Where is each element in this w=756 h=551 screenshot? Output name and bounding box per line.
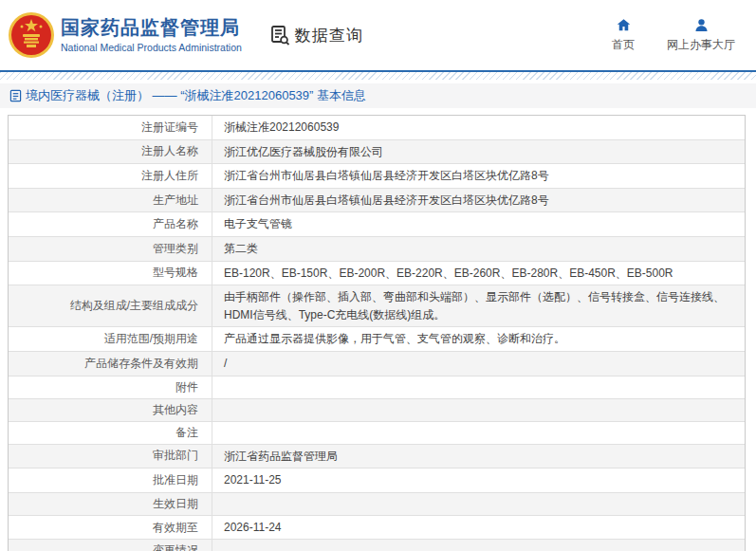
nav-item-label: 网上办事大厅 — [667, 37, 735, 53]
nav-item-label: 首页 — [612, 37, 635, 53]
row-value: 浙械注准20212060539 — [212, 116, 745, 139]
row-value — [212, 501, 745, 506]
table-row: 适用范围/预期用途产品通过显示器提供影像，用于气管、支气管的观察、诊断和治疗。 — [9, 326, 745, 351]
nav-item-home[interactable]: 首页 — [612, 17, 635, 53]
row-value: EB-120R、EB-150R、EB-200R、EB-220R、EB-260R、… — [212, 262, 745, 285]
section-title: 数据查询 — [295, 25, 363, 46]
document-icon — [9, 89, 22, 102]
row-label: 备注 — [9, 422, 212, 444]
header-divider-hatch — [0, 72, 756, 80]
row-label: 有效期至 — [9, 516, 212, 540]
table-row: 注册人名称浙江优亿医疗器械股份有限公司 — [9, 139, 745, 164]
row-label: 型号规格 — [9, 262, 212, 285]
breadcrumb: 境内医疗器械（注册） —— “浙械注准20212060539” 基本信息 — [0, 83, 756, 108]
row-value: 由手柄部件（操作部、插入部、弯曲部和头端部）、显示部件（选配）、信号转接盒、信号… — [212, 285, 745, 326]
table-row: 生产地址浙江省台州市仙居县白塔镇仙居县经济开发区白塔区块优亿路8号 — [9, 188, 745, 212]
table-row: 注册人住所浙江省台州市仙居县白塔镇仙居县经济开发区白塔区块优亿路8号 — [9, 163, 745, 188]
table-row: 产品名称电子支气管镜 — [9, 211, 745, 236]
table-row: 结构及组成/主要组成成分由手柄部件（操作部、插入部、弯曲部和头端部）、显示部件（… — [9, 285, 745, 326]
document-search-icon — [268, 24, 291, 46]
table-row: 批准日期2021-11-25 — [9, 468, 745, 492]
row-value: 2026-11-24 — [212, 516, 745, 540]
row-label: 生效日期 — [9, 493, 212, 515]
row-label: 注册证编号 — [9, 116, 212, 139]
row-value: 浙江优亿医疗器械股份有限公司 — [212, 140, 745, 164]
header-nav: 首页 网上办事大厅 — [612, 17, 735, 53]
row-value: 2021-11-25 — [212, 468, 745, 492]
row-label: 产品储存条件及有效期 — [9, 352, 212, 376]
nav-item-service-hall[interactable]: 网上办事大厅 — [667, 17, 735, 53]
page-header: 国家药品监督管理局 National Medical Products Admi… — [0, 0, 756, 70]
table-row: 注册证编号浙械注准20212060539 — [9, 116, 745, 139]
table-row: 产品储存条件及有效期/ — [9, 351, 745, 376]
breadcrumb-text: 境内医疗器械（注册） —— “浙械注准20212060539” 基本信息 — [26, 87, 366, 104]
home-icon — [616, 17, 632, 33]
row-value: / — [212, 352, 745, 376]
table-row: 管理类别第二类 — [9, 236, 745, 261]
table-row: 变更情况 — [9, 539, 745, 551]
row-value — [212, 407, 745, 413]
row-value: 浙江省台州市仙居县白塔镇仙居县经济开发区白塔区块优亿路8号 — [212, 164, 745, 188]
table-row: 型号规格EB-120R、EB-150R、EB-200R、EB-220R、EB-2… — [9, 261, 745, 285]
table-row: 其他内容 — [9, 398, 745, 421]
table-row: 备注 — [9, 421, 745, 444]
row-label: 适用范围/预期用途 — [9, 327, 212, 351]
row-label: 产品名称 — [9, 212, 212, 236]
org-title-en: National Medical Products Administration — [61, 42, 242, 53]
org-title-zh: 国家药品监督管理局 — [61, 17, 242, 39]
table-row: 生效日期 — [9, 492, 745, 515]
table-row: 有效期至2026-11-24 — [9, 515, 745, 540]
row-value: 产品通过显示器提供影像，用于气管、支气管的观察、诊断和治疗。 — [212, 327, 745, 351]
row-label: 附件 — [9, 377, 212, 398]
row-label: 管理类别 — [9, 237, 212, 261]
row-label: 审批部门 — [9, 445, 212, 468]
row-value: 浙江省药品监督管理局 — [212, 445, 745, 468]
detail-table: 注册证编号浙械注准20212060539注册人名称浙江优亿医疗器械股份有限公司注… — [8, 115, 746, 551]
row-value — [212, 384, 745, 390]
user-icon — [693, 17, 710, 33]
national-emblem-icon — [8, 11, 55, 59]
row-label: 批准日期 — [9, 468, 212, 492]
row-label: 变更情况 — [9, 540, 212, 551]
row-label: 生产地址 — [9, 189, 212, 212]
brand: 国家药品监督管理局 National Medical Products Admi… — [8, 11, 242, 59]
brand-text: 国家药品监督管理局 National Medical Products Admi… — [61, 17, 242, 53]
row-label: 结构及组成/主要组成成分 — [9, 285, 212, 326]
row-label: 注册人名称 — [9, 140, 212, 164]
row-label: 注册人住所 — [9, 164, 212, 188]
table-row: 附件 — [9, 376, 745, 398]
row-value — [212, 430, 745, 435]
table-row: 审批部门浙江省药品监督管理局 — [9, 444, 745, 468]
row-value: 电子支气管镜 — [212, 212, 745, 236]
row-value: 浙江省台州市仙居县白塔镇仙居县经济开发区白塔区块优亿路8号 — [212, 189, 745, 212]
data-query-section: 数据查询 — [268, 24, 363, 46]
row-value: 第二类 — [212, 237, 745, 261]
row-label: 其他内容 — [9, 399, 212, 421]
